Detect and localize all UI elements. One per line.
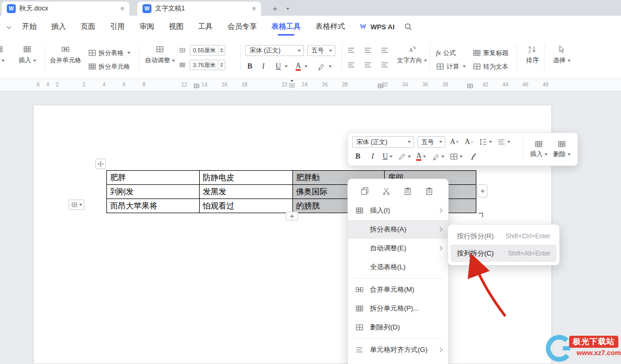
plus-icon: [272, 6, 278, 12]
align-justify-icon[interactable]: [380, 61, 389, 69]
menu-page[interactable]: 页面: [73, 16, 103, 38]
text-direction-button[interactable]: 文字方向: [392, 45, 432, 65]
merge-cells-button[interactable]: 合并单元格: [48, 45, 83, 65]
menu-table-tools[interactable]: 表格工具: [264, 16, 308, 38]
table-cell[interactable]: 而昂大苹果将: [107, 199, 200, 213]
table-resize-corner[interactable]: [478, 213, 483, 217]
plus-icon: [480, 188, 486, 194]
mini-toolbar: 宋体 (正文) 五号 A+ A− B I U: [347, 133, 578, 166]
font-size-select[interactable]: 五号: [307, 45, 335, 56]
table-cell[interactable]: 肥胖: [107, 171, 200, 185]
search-icon[interactable]: [404, 23, 412, 31]
tab-close-icon[interactable]: [121, 7, 124, 10]
menu-references[interactable]: 引用: [103, 16, 132, 38]
menu-home[interactable]: 开始: [15, 16, 44, 38]
align-top-icon[interactable]: [347, 46, 355, 54]
bold-button[interactable]: B: [247, 61, 252, 72]
sort-button[interactable]: 排序: [519, 45, 546, 65]
align-middle-icon[interactable]: [364, 46, 372, 54]
split-cells-icon: [88, 62, 96, 71]
add-row-button[interactable]: [286, 212, 298, 220]
menu-item-split-table[interactable]: 拆分表格(A): [348, 220, 448, 239]
menu-tools[interactable]: 工具: [191, 16, 220, 38]
ruler[interactable]: 642 246812141618222426283234363842444648: [0, 79, 621, 91]
align-bottom-icon[interactable]: [380, 46, 389, 54]
delete-button[interactable]: 除: [0, 45, 12, 65]
align-center-icon[interactable]: [364, 61, 372, 69]
table-cell[interactable]: 发黑发: [200, 185, 293, 199]
underline-button[interactable]: U: [382, 151, 394, 162]
move-icon: [97, 161, 104, 167]
paste-button[interactable]: [400, 184, 415, 198]
italic-button[interactable]: I: [367, 151, 378, 162]
highlight-button[interactable]: [430, 151, 445, 162]
menu-item-insert[interactable]: 插入(I): [348, 201, 448, 220]
bold-button[interactable]: B: [352, 151, 364, 162]
menu-item-merge-cells[interactable]: 合并单元格(M): [348, 280, 448, 299]
delete-button[interactable]: 删除: [550, 140, 573, 159]
autofit-button[interactable]: 自动调整: [143, 45, 177, 65]
table-move-handle[interactable]: [95, 159, 106, 169]
format-painter-button[interactable]: [467, 151, 478, 162]
table-cell[interactable]: 怕观看过: [200, 199, 293, 213]
align-left-icon[interactable]: [347, 61, 355, 69]
collapse-ribbon-icon[interactable]: [7, 25, 11, 29]
menu-view[interactable]: 视图: [161, 16, 191, 38]
menu-item-split-cells[interactable]: 拆分单元格(P)...: [348, 299, 448, 318]
menu-item-delete-column[interactable]: 删除列(D): [348, 318, 448, 337]
select-button[interactable]: 选择: [547, 45, 576, 65]
menu-item-select-table[interactable]: 全选表格(L): [348, 258, 448, 277]
new-tab-button[interactable]: [269, 2, 281, 16]
wps-ai-button[interactable]: WPS AI: [359, 23, 395, 31]
sort-az-icon: [528, 45, 537, 53]
insert-button[interactable]: 插入: [14, 45, 41, 65]
list-style-button[interactable]: [496, 136, 511, 148]
convert-to-text-button[interactable]: 转为文本: [473, 61, 508, 72]
table-cell[interactable]: 到刚发: [107, 185, 200, 199]
document-tab-1[interactable]: W 秋天.docx: [2, 2, 129, 16]
table-cell[interactable]: 防静电皮: [200, 171, 293, 185]
column-width-field[interactable]: 3.76厘米: [190, 60, 225, 70]
column-marker-icon[interactable]: [193, 82, 200, 88]
repeat-header-button[interactable]: 重复标题: [473, 47, 508, 59]
pinyin-button[interactable]: [397, 151, 412, 162]
split-table-button[interactable]: 拆分表格: [88, 47, 130, 59]
calculate-button[interactable]: 计算: [436, 61, 466, 72]
menu-insert[interactable]: 插入: [44, 16, 73, 38]
column-marker-icon[interactable]: [467, 82, 473, 88]
column-marker-icon[interactable]: [377, 82, 384, 88]
row-height-field[interactable]: 0.55厘米: [190, 45, 225, 56]
add-column-button[interactable]: [477, 184, 487, 197]
tab-close-icon[interactable]: [252, 7, 256, 10]
submenu-item-split-by-column[interactable]: 按列拆分(C) Shift+Alt+Enter: [451, 245, 557, 262]
formula-button[interactable]: fx 公式: [436, 47, 455, 59]
borders-button[interactable]: [449, 151, 464, 162]
menu-review[interactable]: 审阅: [132, 16, 161, 38]
grow-font-button[interactable]: A+: [449, 136, 460, 148]
highlight-button[interactable]: [317, 61, 332, 72]
menu-item-cell-alignment[interactable]: 单元格对齐方式(G): [348, 340, 448, 359]
shrink-font-button[interactable]: A−: [463, 136, 475, 148]
insert-button[interactable]: 插入: [527, 140, 550, 159]
italic-button[interactable]: I: [262, 61, 265, 72]
underline-button[interactable]: U: [276, 61, 288, 72]
column-resize-marker[interactable]: [289, 80, 295, 89]
font-color-button[interactable]: A: [415, 151, 427, 162]
menu-table-style[interactable]: 表格样式: [308, 16, 352, 38]
clipboard-icon: [425, 187, 433, 195]
font-size-select[interactable]: 五号: [417, 136, 445, 148]
font-color-button[interactable]: A: [296, 61, 308, 72]
menu-member[interactable]: 会员专享: [220, 16, 264, 38]
tab-list-button[interactable]: [281, 2, 292, 16]
line-spacing-button[interactable]: [478, 136, 493, 148]
table-select-widget[interactable]: [69, 200, 84, 210]
paste-special-button[interactable]: [422, 184, 437, 198]
copy-button[interactable]: [357, 184, 372, 198]
split-cells-button[interactable]: 拆分单元格: [88, 61, 130, 72]
submenu-item-split-by-row[interactable]: 按行拆分(R) Shift+Ctrl+Enter: [451, 227, 557, 245]
cut-button[interactable]: [379, 184, 394, 198]
menu-item-autofit[interactable]: 自动调整(E): [348, 239, 448, 258]
document-tab-2[interactable]: W 文字文稿1: [137, 2, 261, 16]
font-name-select[interactable]: 宋体 (正文): [352, 136, 414, 148]
font-name-select[interactable]: 宋体 (正文): [245, 45, 304, 56]
